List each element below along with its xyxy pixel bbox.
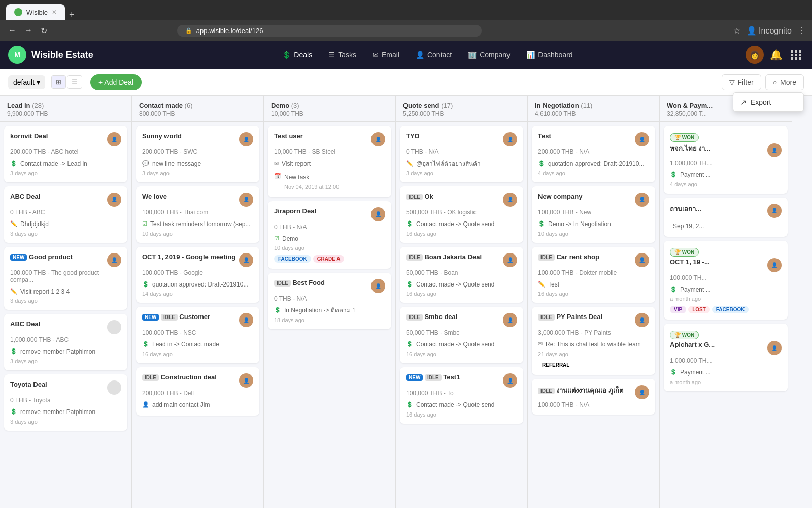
grid-dot — [795, 54, 797, 56]
deal-card[interactable]: New company 👤 100,000 THB - New 💲 Demo -… — [532, 186, 655, 243]
col-amount: 800,000 THB — [139, 110, 256, 117]
edit-icon: ✏️ — [10, 288, 17, 294]
deal-card[interactable]: Test user 👤 10,000 THB - SB Steel ✉ Visi… — [268, 126, 391, 197]
menu-icon[interactable]: ⋮ — [798, 26, 806, 36]
tab-close-btn[interactable]: ✕ — [52, 9, 57, 16]
card-title: Toyota Deal — [10, 380, 107, 388]
deal-card[interactable]: OCT 1, 2019 - Google meeting 👤 100,000 T… — [136, 247, 259, 303]
card-time: 16 days ago — [406, 291, 517, 297]
card-subtitle: 500,000 THB - OK logistic — [406, 209, 517, 216]
card-avatar: 👤 — [503, 253, 517, 267]
nav-tasks[interactable]: ☰ Tasks — [321, 47, 363, 63]
profile-icon[interactable]: 👤 Incognito — [747, 26, 792, 36]
new-tab-btn[interactable]: + — [65, 10, 79, 20]
card-time: 21 days ago — [538, 351, 649, 357]
activity-text: Dhdjdjdkjd — [20, 220, 49, 229]
activity-text: Payment ... — [680, 368, 711, 377]
star-icon[interactable]: ☆ — [733, 26, 740, 36]
nav-email[interactable]: ✉ Email — [365, 47, 407, 63]
card-subtitle: 0 THB - N/A — [274, 295, 385, 302]
nav-deals[interactable]: 💲 Deals — [275, 47, 319, 63]
card-title: New company — [538, 193, 635, 200]
kanban-column-demo: Demo (3) 10,000 THB Test user 👤 10,000 T… — [264, 96, 396, 508]
more-label: More — [780, 78, 796, 86]
kanban-view-btn[interactable]: ⊞ — [51, 75, 66, 89]
active-tab[interactable]: Wisible ✕ — [6, 4, 65, 20]
deal-card[interactable]: Jiraporn Deal 👤 0 THB - N/A ☑ Demo 10 da… — [268, 201, 391, 269]
card-avatar: 👤 — [767, 204, 782, 218]
view-selector[interactable]: default ▾ — [8, 75, 45, 89]
deal-card[interactable]: NEW IDLE Customer 👤 100,000 THB - NSC 💲 … — [136, 307, 259, 363]
deal-card[interactable]: IDLE Smbc deal 👤 50,000 THB - Smbc 💲 Con… — [400, 307, 523, 363]
card-tags: FACEBOOKGRADE A — [274, 255, 385, 263]
tag-new: NEW — [142, 314, 159, 321]
app-logo[interactable]: M Wisible Estate — [8, 46, 110, 64]
activity-text: quotation approved: Draft-201910... — [152, 280, 248, 289]
card-time: 4 days ago — [538, 170, 649, 176]
card-title: ABC Deal — [10, 193, 107, 200]
deal-card[interactable]: ABC Deal 👤 0 THB - ABC ✏️ Dhdjdjdkjd 3 d… — [4, 186, 127, 243]
deal-card[interactable]: Sunny world 👤 200,000 THB - SWC 💬 new li… — [136, 126, 259, 182]
tab-title: Wisible — [26, 9, 48, 16]
deal-card[interactable]: IDLE Ok 👤 500,000 THB - OK logistic 💲 Co… — [400, 186, 523, 243]
deal-card[interactable]: 🏆 WON OCT 1, 19 -... 👤 100,000 TH... 💲 P… — [664, 241, 788, 320]
nav-company[interactable]: 🏢 Company — [461, 47, 517, 63]
deal-card[interactable]: kornvit Deal 👤 200,000 THB - ABC hotel 💲… — [4, 126, 127, 182]
view-label: default — [13, 78, 35, 86]
activity-text: Visit report 1 2 3 4 — [20, 288, 70, 296]
list-view-btn[interactable]: ☰ — [67, 75, 82, 89]
card-header: Toyota Deal — [10, 380, 121, 395]
app-grid-icon[interactable] — [789, 48, 804, 62]
activity2-text: New task — [284, 174, 309, 181]
col-cards-won_payment: 🏆 WON หจก.ไทย งา... 👤 1,000,000 TH... 💲 … — [660, 122, 792, 508]
deal-card[interactable]: We love 👤 100,000 THB - Thai com ☑ Test … — [136, 186, 259, 243]
tag-facebook: FACEBOOK — [274, 255, 311, 263]
deal-card[interactable]: IDLE Construction deal 👤 200,000 THB - D… — [136, 367, 259, 416]
notification-bell[interactable]: 🔔 — [770, 49, 783, 61]
deal-card[interactable]: 🏆 WON หจก.ไทย งา... 👤 1,000,000 TH... 💲 … — [664, 126, 788, 194]
money-icon: 💲 — [10, 348, 17, 354]
add-deal-button[interactable]: + Add Deal — [90, 74, 142, 90]
col-title-text: Demo — [271, 102, 289, 109]
col-amount: 9,900,000 THB — [7, 110, 124, 117]
more-button[interactable]: ○ More — [765, 74, 804, 90]
card-time: 16 days ago — [406, 411, 517, 418]
deal-card[interactable]: TYO 👤 0 THB - N/A ✏️ @อุสาไฟล์ตัวอย่างสิ… — [400, 126, 523, 182]
tag-idle: IDLE — [538, 254, 555, 261]
grid-dot — [791, 57, 793, 60]
company-icon: 🏢 — [468, 51, 477, 59]
money-icon: 💲 — [406, 401, 413, 407]
deal-card[interactable]: 🏆 WON Apichart x G... 👤 1,000,000 TH... … — [664, 324, 788, 391]
back-btn[interactable]: ← — [6, 24, 18, 37]
deal-card[interactable]: IDLE Best Food 👤 0 THB - N/A 💲 In Negoti… — [268, 273, 391, 329]
deal-card[interactable]: ถานเอกา... 👤 Sep 19, 2... — [664, 198, 788, 237]
export-menu-item[interactable]: ↗ Export — [733, 93, 803, 111]
user-avatar[interactable]: 👩 — [746, 46, 764, 64]
deal-card[interactable]: IDLE PY Paints Deal 👤 3,000,000 THB - PY… — [532, 307, 655, 375]
activity-icon: 💲 — [406, 281, 413, 288]
col-title: In Negotiation (11) — [535, 102, 652, 109]
email-icon: ✉ — [538, 341, 543, 347]
card-title: IDLE Car rent shop — [538, 253, 635, 261]
money-icon: 💲 — [406, 341, 413, 347]
deal-card[interactable]: IDLE Boan Jakarta Deal 👤 50,000 THB - Bo… — [400, 247, 523, 303]
deal-card[interactable]: IDLE งานแต่งงานคุณเอ ภูเก็ต 👤 100,000 TH… — [532, 379, 655, 415]
activity-icon: 💲 — [142, 281, 149, 288]
deal-card[interactable]: NEW Good product 👤 100,000 THB - The goo… — [4, 247, 127, 310]
address-bar[interactable]: 🔒 app.wisible.io/deal/126 — [177, 25, 482, 37]
deal-card[interactable]: Toyota Deal 0 THB - Toyota 💲 remove memb… — [4, 374, 127, 431]
money-icon: 💲 — [670, 369, 677, 375]
nav-dashboard[interactable]: 📊 Dashboard — [519, 47, 580, 63]
forward-btn[interactable]: → — [22, 24, 35, 37]
refresh-btn[interactable]: ↻ — [39, 24, 49, 38]
deal-card[interactable]: NEW IDLE Test1 👤 100,000 THB - To 💲 Cont… — [400, 367, 523, 424]
nav-contact[interactable]: 👤 Contact — [409, 47, 459, 63]
money-icon: 💲 — [142, 341, 149, 347]
deal-card[interactable]: Test 👤 200,000 THB - N/A 💲 quotation app… — [532, 126, 655, 182]
deal-card[interactable]: IDLE Car rent shop 👤 100,000 THB - Dokte… — [532, 247, 655, 303]
activity-icon: 💲 — [406, 401, 413, 408]
filter-button[interactable]: ▽ Filter — [722, 74, 761, 90]
card-title: Test user — [274, 132, 371, 140]
card-title: IDLE Boan Jakarta Deal — [406, 253, 503, 261]
deal-card[interactable]: ABC Deal 1,000,000 THB - ABC 💲 remove me… — [4, 314, 127, 370]
